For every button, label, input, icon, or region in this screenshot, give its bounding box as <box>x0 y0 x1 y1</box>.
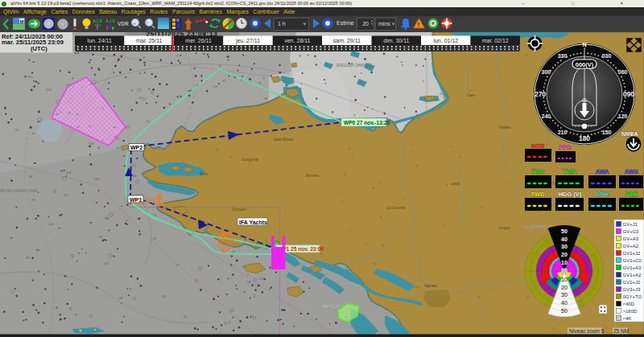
svg-text:mar. 25/11: mar. 25/11 <box>136 38 163 43</box>
svg-text:33: 33 <box>26 256 30 260</box>
svg-text:42: 42 <box>125 219 129 223</box>
svg-text:50: 50 <box>561 308 568 314</box>
svg-text:109: 109 <box>46 88 52 92</box>
svg-text:jeu. 27/11: jeu. 27/11 <box>235 38 260 44</box>
svg-text:117: 117 <box>131 163 137 167</box>
svg-text:dim. 30/11: dim. 30/11 <box>383 38 409 43</box>
svg-text:69: 69 <box>15 128 19 132</box>
svg-text:SOG: SOG <box>531 142 545 150</box>
svg-text:GV+J1: GV+J1 <box>623 222 638 227</box>
svg-text:GV+A3: GV+A3 <box>623 236 639 241</box>
svg-text:000(V): 000(V) <box>576 61 594 68</box>
svg-text:57: 57 <box>175 263 180 267</box>
svg-text:GV1+A2: GV1+A2 <box>623 273 642 277</box>
svg-text:67: 67 <box>106 216 110 220</box>
svg-text:25 NM: 25 NM <box>613 328 629 334</box>
svg-text:NMEA: NMEA <box>621 131 638 137</box>
svg-text:270: 270 <box>535 90 546 98</box>
svg-text:40: 40 <box>561 236 568 242</box>
svg-text:GV3+J3: GV3+J3 <box>623 287 642 292</box>
svg-text:330: 330 <box>558 53 568 59</box>
svg-text:PPC: PPC <box>559 144 572 151</box>
svg-text:060: 060 <box>618 69 628 75</box>
svg-text:Nantes: Nantes <box>424 283 437 288</box>
svg-text:DPH: DPH <box>596 191 609 198</box>
svg-text:49: 49 <box>162 294 166 298</box>
svg-text:77: 77 <box>116 146 120 150</box>
svg-text:64: 64 <box>247 280 251 284</box>
svg-text:107: 107 <box>27 75 33 79</box>
svg-text:83: 83 <box>95 177 99 181</box>
svg-text:mar. 02/12: mar. 02/12 <box>482 38 509 43</box>
svg-text:300: 300 <box>542 69 551 75</box>
svg-text:82: 82 <box>153 236 157 240</box>
svg-text:120: 120 <box>618 113 628 119</box>
svg-text:30: 30 <box>561 244 568 249</box>
svg-text:sam. 29/11: sam. 29/11 <box>333 38 361 43</box>
svg-text:108: 108 <box>259 277 265 281</box>
svg-text:GV1+C0: GV1+C0 <box>623 258 642 263</box>
svg-text:30: 30 <box>561 292 568 298</box>
svg-text:Angers: Angers <box>499 226 511 230</box>
svg-text:Caen: Caen <box>467 93 476 97</box>
svg-text:GV1+A3: GV1+A3 <box>623 265 642 270</box>
svg-text:>160D: >160D <box>623 309 638 314</box>
svg-text:Rennes: Rennes <box>306 174 319 178</box>
svg-text:GV+C0: GV+C0 <box>623 229 640 234</box>
svg-text:78: 78 <box>31 198 35 202</box>
svg-text:150: 150 <box>602 129 612 135</box>
svg-text:TWA: TWA <box>564 168 577 175</box>
svg-text:84: 84 <box>29 175 33 179</box>
svg-text:Brest: Brest <box>200 172 208 176</box>
svg-text:WP2: WP2 <box>130 145 142 150</box>
svg-text:La Guerche: La Guerche <box>386 206 406 210</box>
svg-text:AWS: AWS <box>624 168 638 175</box>
svg-text:ND DE KAISER-I-HIND: ND DE KAISER-I-HIND <box>0 189 39 193</box>
svg-text:GV1+J2: GV1+J2 <box>623 251 642 256</box>
svg-text:82: 82 <box>119 296 123 300</box>
svg-text:GV+A2: GV+A2 <box>623 244 639 249</box>
svg-text:mer. 26/11: mer. 26/11 <box>185 38 212 43</box>
svg-text:Niveau zoom 5: Niveau zoom 5 <box>569 328 605 334</box>
svg-text:IFA Yachts: IFA Yachts <box>239 220 267 225</box>
svg-text:20: 20 <box>561 285 568 290</box>
svg-text:0GY+TO: 0GY+TO <box>623 294 642 299</box>
svg-text:□: □ <box>146 20 148 25</box>
svg-text:PRE: PRE <box>625 191 637 198</box>
svg-text:Guingamp: Guingamp <box>242 158 258 162</box>
svg-text:A.I.3: A.I.3 <box>105 18 115 23</box>
svg-text:HDG (V): HDG (V) <box>559 191 582 198</box>
svg-text:ven. 28/11: ven. 28/11 <box>284 38 310 43</box>
svg-text:N: N <box>582 42 586 47</box>
svg-text:10: 10 <box>561 260 568 265</box>
svg-text:91: 91 <box>138 96 142 100</box>
svg-text:TWD: TWD <box>530 191 545 198</box>
svg-text:ENGLISH CHANNEL: ENGLISH CHANNEL <box>336 64 374 68</box>
svg-text:(UTC): (UTC) <box>31 45 47 52</box>
svg-text:WP0 27 nov.-13:20: WP0 27 nov.-13:20 <box>344 120 390 125</box>
svg-text:Saint-Brieuc: Saint-Brieuc <box>274 138 294 142</box>
svg-text:50: 50 <box>561 228 568 234</box>
svg-text:!: ! <box>418 21 420 28</box>
svg-text:Falaise: Falaise <box>499 125 511 129</box>
svg-text:Quimper: Quimper <box>232 208 246 212</box>
svg-text:10: 10 <box>561 277 568 282</box>
svg-text:030: 030 <box>602 53 612 59</box>
svg-text:BANC D...: BANC D... <box>324 304 342 309</box>
svg-text:116: 116 <box>48 222 54 226</box>
svg-text:Laval: Laval <box>451 182 460 186</box>
svg-text:A.I.3: A.I.3 <box>93 18 102 23</box>
svg-text:TWS: TWS <box>531 168 545 175</box>
svg-text:GV2+J2: GV2+J2 <box>623 280 642 285</box>
svg-text:84: 84 <box>99 235 103 239</box>
svg-text:(0): (0) <box>582 98 587 102</box>
svg-text:101: 101 <box>66 171 72 175</box>
svg-text:210: 210 <box>558 129 568 135</box>
svg-text:64: 64 <box>133 174 137 178</box>
svg-text:M: M <box>20 19 24 24</box>
svg-text:lun. 24/11: lun. 24/11 <box>88 38 112 43</box>
svg-text:lun. 01/12: lun. 01/12 <box>433 38 458 43</box>
svg-text:AWA: AWA <box>595 168 609 175</box>
svg-text:+: + <box>134 21 137 26</box>
svg-text:<4K: <4K <box>623 316 632 321</box>
